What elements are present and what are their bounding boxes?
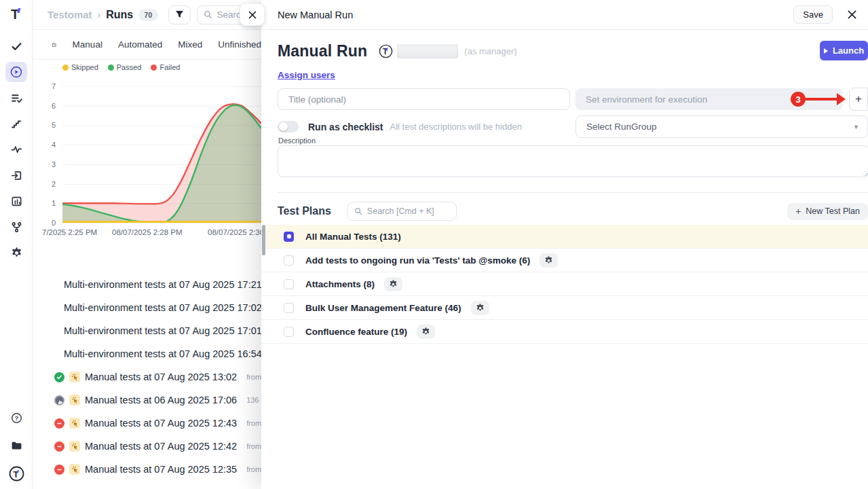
gear-icon: [476, 304, 485, 312]
left-panel-scrollbar[interactable]: [262, 225, 265, 255]
run-meta: from Custom: [246, 373, 261, 381]
test-plans-list-check-icon[interactable]: [5, 88, 27, 108]
legend-item[interactable]: Passed: [108, 63, 142, 71]
save-button[interactable]: Save: [793, 5, 833, 24]
manual-run-icon: [69, 464, 80, 475]
analytics-pulse-icon[interactable]: [5, 139, 27, 160]
annotation-arrow: [806, 98, 838, 101]
run-meta: from Custom: [246, 419, 261, 427]
tab-automated[interactable]: Automated: [118, 39, 162, 50]
funnel-icon: [175, 10, 184, 19]
test-plan-row[interactable]: Bulk User Management Feature (46): [261, 296, 868, 320]
run-row[interactable]: Manual tests at 07 Aug 2025 12:42from Cu…: [33, 435, 261, 458]
manual-run-icon: [69, 395, 80, 405]
description-textarea[interactable]: [278, 145, 868, 177]
modal-close-button[interactable]: [847, 10, 857, 20]
manual-run-icon: [69, 418, 80, 429]
new-test-plan-button[interactable]: +New Test Plan: [787, 203, 868, 220]
runs-tabs: Manual Automated Mixed Unfinished: [33, 30, 261, 60]
checkbox-unchecked[interactable]: [284, 255, 294, 266]
legend-label: Passed: [117, 63, 142, 71]
run-label: Multi-environment tests at 07 Aug 2025 1…: [64, 302, 261, 313]
legend-item[interactable]: Skipped: [62, 63, 98, 71]
gear-icon: [544, 256, 553, 265]
steps-stairs-icon[interactable]: [5, 113, 27, 134]
description-label: Description: [278, 137, 316, 145]
failed-minus-icon: [56, 420, 62, 427]
y-axis-tick: 7: [41, 82, 56, 90]
select-all-icon[interactable]: [52, 39, 57, 50]
assign-users-link[interactable]: Assign users: [278, 70, 335, 80]
run-row[interactable]: Manual tests at 07 Aug 2025 12:35from Cu…: [33, 458, 261, 481]
runs-count-badge: 70: [138, 9, 157, 21]
icon-sidebar: T ? T: [0, 0, 33, 489]
test-plan-label: Add tests to ongoing run via 'Tests' tab…: [305, 255, 530, 266]
checkbox-unchecked[interactable]: [284, 279, 294, 289]
run-label: Manual tests at 07 Aug 2025 12:35: [85, 464, 237, 475]
search-icon: [354, 207, 362, 215]
test-plan-settings-button[interactable]: [471, 301, 489, 315]
rungroup-select[interactable]: Select RunGroup ▼: [575, 115, 868, 138]
play-icon: [824, 48, 828, 54]
breadcrumb-separator: ›: [98, 10, 101, 20]
checkbox-checked[interactable]: [284, 232, 294, 242]
import-icon[interactable]: [5, 165, 27, 185]
run-as-checklist-toggle[interactable]: [278, 121, 299, 132]
breadcrumb-app[interactable]: Testomat: [48, 9, 92, 20]
run-row[interactable]: Manual tests at 07 Aug 2025 13:02from Cu…: [33, 365, 261, 388]
help-icon[interactable]: ?: [5, 408, 27, 428]
run-row[interactable]: Manual tests at 06 Aug 2025 17:06136 tes…: [33, 388, 261, 412]
manager-avatar[interactable]: T: [379, 44, 393, 58]
y-axis-tick: 6: [41, 102, 56, 110]
tab-manual[interactable]: Manual: [73, 39, 102, 50]
logo-circle-icon[interactable]: T: [5, 463, 27, 484]
filter-button[interactable]: [168, 5, 191, 24]
tab-unfinished[interactable]: Unfinished: [218, 39, 261, 50]
test-plan-settings-button[interactable]: [384, 277, 402, 291]
run-folder-row[interactable]: Multi-environment tests at 07 Aug 2025 1…: [33, 296, 261, 319]
tests-check-icon[interactable]: [5, 36, 27, 56]
checkbox-unchecked[interactable]: [284, 303, 294, 313]
test-plan-settings-button[interactable]: [540, 253, 558, 268]
legend-item[interactable]: Failed: [151, 63, 180, 71]
run-label: Manual tests at 07 Aug 2025 12:42: [85, 441, 237, 452]
run-meta: from Custom: [246, 465, 261, 473]
gear-icon: [421, 327, 430, 336]
add-environment-button[interactable]: +: [849, 88, 868, 111]
run-folder-row[interactable]: Multi-environment tests at 07 Aug 2025 1…: [33, 319, 261, 342]
projects-folder-icon[interactable]: [5, 435, 27, 456]
run-row[interactable]: Manual tests at 07 Aug 2025 12:43from Cu…: [33, 412, 261, 435]
status-failed-icon: [54, 465, 64, 475]
test-plan-row[interactable]: Add tests to ongoing run via 'Tests' tab…: [261, 249, 868, 272]
tab-mixed[interactable]: Mixed: [178, 39, 202, 50]
redacted-user-name: [397, 44, 458, 58]
run-folder-row[interactable]: Multi-environment tests at 07 Aug 2025 1…: [33, 273, 261, 296]
test-plan-row[interactable]: Attachments (8): [261, 272, 868, 296]
run-title-input[interactable]: [278, 88, 570, 110]
status-progress-icon: [54, 395, 64, 405]
test-plan-label: All Manual Tests (131): [305, 232, 401, 242]
testomat-logo[interactable]: T: [0, 5, 33, 23]
settings-gear-icon[interactable]: [5, 242, 27, 263]
branches-git-icon[interactable]: [5, 217, 27, 237]
annotation-arrowhead: [837, 93, 846, 105]
checklist-toggle-row: Run as checklist All test descriptions w…: [278, 121, 522, 132]
checkbox-unchecked[interactable]: [284, 327, 294, 337]
legend-label: Failed: [159, 63, 180, 71]
reports-bar-chart-icon[interactable]: [5, 191, 27, 211]
test-plans-search-input[interactable]: Search [Cmd + K]: [347, 202, 457, 221]
breadcrumb-page[interactable]: Runs: [106, 9, 133, 21]
y-axis-tick: 4: [41, 141, 56, 149]
test-plan-settings-button[interactable]: [417, 325, 435, 339]
test-plan-row[interactable]: All Manual Tests (131): [261, 225, 868, 249]
launch-button[interactable]: Launch: [820, 41, 868, 60]
test-plan-row[interactable]: Confluence feature (19): [261, 320, 868, 344]
panel-edge-close-button[interactable]: [240, 3, 265, 26]
checklist-label: Run as checklist: [308, 122, 383, 132]
app-window: T ? T Testomat › Runs 70: [0, 0, 868, 489]
run-folder-row[interactable]: Multi-environment tests at 07 Aug 2025 1…: [33, 342, 261, 365]
runs-play-circle-icon[interactable]: [5, 62, 27, 82]
run-label: Multi-environment tests at 07 Aug 2025 1…: [64, 279, 261, 290]
test-plan-label: Bulk User Management Feature (46): [305, 303, 461, 313]
failed-minus-icon: [56, 467, 62, 473]
